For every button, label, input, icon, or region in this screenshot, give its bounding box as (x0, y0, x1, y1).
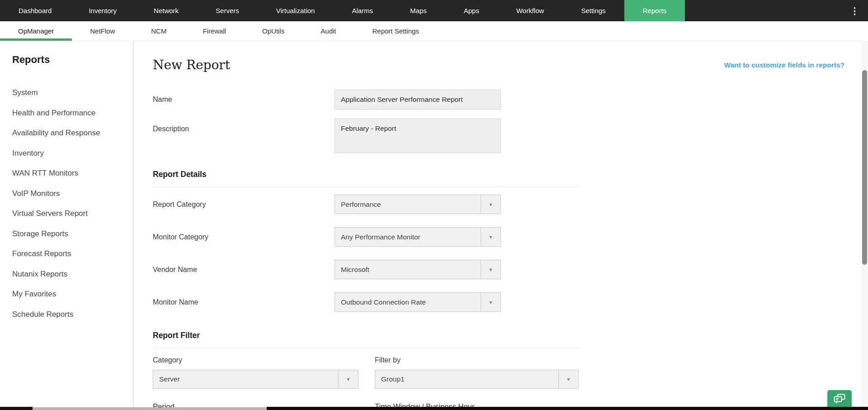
monitor-category-label: Monitor Category (153, 227, 335, 247)
customize-fields-link[interactable]: Want to customize fields in reports? (724, 61, 844, 69)
report-filter-heading: Report Filter (153, 331, 868, 340)
sidebar-item-forecast-reports[interactable]: Forecast Reports (12, 244, 133, 264)
nav-item-network[interactable]: Network (135, 0, 197, 21)
sidebar-title: Reports (12, 54, 133, 66)
sidebar-item-schedule-reports[interactable]: Schedule Reports (12, 305, 133, 325)
bottom-progress-bar-track (33, 407, 267, 410)
vendor-name-label: Vendor Name (153, 260, 335, 279)
section-divider (153, 348, 580, 348)
monitor-name-row: Monitor Name Outbound Connection Rate ▼ (153, 292, 868, 312)
category-dropdown[interactable]: Server ▼ (153, 370, 359, 389)
category-value: Server (153, 370, 338, 388)
report-description-input[interactable]: February - Report (335, 119, 501, 153)
overflow-menu-icon[interactable]: ⋮ (842, 0, 868, 21)
sidebar-item-my-favorites[interactable]: My Favorites (12, 284, 133, 305)
monitor-name-label: Monitor Name (153, 292, 335, 312)
report-category-value: Performance (335, 195, 481, 214)
sidebar-item-availability-and-response[interactable]: Availability and Response (12, 123, 133, 143)
sidebar-item-storage-reports[interactable]: Storage Reports (12, 224, 133, 244)
bottom-progress-bar-segment (267, 407, 868, 410)
bottom-progress-bar-played (0, 407, 33, 410)
filter-by-column: Filter by Group1 ▼ (375, 356, 579, 389)
top-nav: Dashboard Inventory Network Servers Virt… (0, 0, 868, 21)
nav-item-alarms[interactable]: Alarms (333, 0, 392, 21)
subnav-item-opmanager[interactable]: OpManager (0, 21, 72, 41)
monitor-category-dropdown[interactable]: Any Performance Monitor ▼ (335, 227, 501, 247)
category-label: Category (153, 356, 375, 364)
report-category-row: Report Category Performance ▼ (153, 195, 868, 214)
sidebar-item-inventory[interactable]: Inventory (12, 143, 133, 164)
filter-by-label: Filter by (375, 356, 579, 364)
module-tab-bar: OpManager NetFlow NCM Firewall OpUtils A… (0, 21, 868, 41)
vertical-scrollbar-thumb[interactable] (862, 70, 867, 265)
filter-by-dropdown[interactable]: Group1 ▼ (375, 370, 579, 389)
nav-item-maps[interactable]: Maps (392, 0, 445, 21)
sidebar-item-wan-rtt-monitors[interactable]: WAN RTT Monitors (12, 163, 133, 184)
vendor-name-value: Microsoft (335, 260, 481, 279)
main-content: New Report Want to customize fields in r… (134, 41, 868, 410)
monitor-category-value: Any Performance Monitor (335, 228, 481, 246)
report-details-heading: Report Details (153, 170, 868, 179)
category-column: Category Server ▼ (153, 356, 375, 389)
filter-columns: Category Server ▼ Filter by Group1 ▼ (153, 356, 868, 389)
filter-by-value: Group1 (375, 370, 558, 388)
description-row: Description February - Report (153, 119, 868, 153)
monitor-name-value: Outbound Connection Rate (335, 293, 481, 311)
subnav-item-report-settings[interactable]: Report Settings (354, 21, 437, 41)
report-category-label: Report Category (153, 195, 335, 214)
sidebar-item-virtual-servers-report[interactable]: Virtual Servers Report (12, 204, 133, 224)
report-name-input[interactable] (335, 90, 501, 110)
description-label: Description (153, 119, 335, 153)
vendor-name-dropdown[interactable]: Microsoft ▼ (335, 260, 501, 279)
name-row: Name (153, 90, 868, 110)
chevron-down-icon: ▼ (558, 370, 578, 388)
sidebar-item-nutanix-reports[interactable]: Nutanix Reports (12, 264, 133, 285)
nav-item-virtualization[interactable]: Virtualization (258, 0, 334, 21)
nav-item-workflow[interactable]: Workflow (498, 0, 562, 21)
sidebar-item-system[interactable]: System (12, 83, 133, 103)
top-nav-spacer (685, 0, 842, 21)
nav-item-dashboard[interactable]: Dashboard (0, 0, 70, 21)
monitor-category-row: Monitor Category Any Performance Monitor… (153, 227, 868, 247)
nav-item-settings[interactable]: Settings (562, 0, 624, 21)
section-divider (153, 186, 580, 187)
chevron-down-icon: ▼ (481, 228, 500, 246)
vendor-name-row: Vendor Name Microsoft ▼ (153, 260, 868, 279)
chevron-down-icon: ▼ (481, 195, 500, 214)
page-body: Reports System Health and Performance Av… (0, 41, 868, 410)
subnav-item-netflow[interactable]: NetFlow (72, 21, 133, 41)
sidebar-item-voip-monitors[interactable]: VoIP Monitors (12, 184, 133, 204)
name-label: Name (153, 90, 335, 110)
subnav-item-firewall[interactable]: Firewall (184, 21, 244, 41)
main-header: New Report Want to customize fields in r… (153, 57, 844, 72)
chevron-down-icon: ▼ (481, 260, 500, 279)
nav-item-inventory[interactable]: Inventory (70, 0, 135, 21)
report-category-dropdown[interactable]: Performance ▼ (335, 195, 501, 214)
chevron-down-icon: ▼ (338, 370, 358, 388)
sidebar-item-health-and-performance[interactable]: Health and Performance (12, 103, 133, 124)
page-title: New Report (153, 57, 230, 72)
chat-bubbles-icon (833, 393, 846, 407)
subnav-item-audit[interactable]: Audit (302, 21, 354, 41)
monitor-name-dropdown[interactable]: Outbound Connection Rate ▼ (335, 292, 501, 312)
subnav-item-ncm[interactable]: NCM (133, 21, 184, 41)
subnav-item-oputils[interactable]: OpUtils (244, 21, 302, 41)
reports-sidebar: Reports System Health and Performance Av… (0, 41, 134, 410)
nav-item-apps[interactable]: Apps (445, 0, 498, 21)
nav-item-reports[interactable]: Reports (624, 0, 685, 21)
nav-item-servers[interactable]: Servers (197, 0, 258, 21)
chevron-down-icon: ▼ (481, 293, 500, 311)
